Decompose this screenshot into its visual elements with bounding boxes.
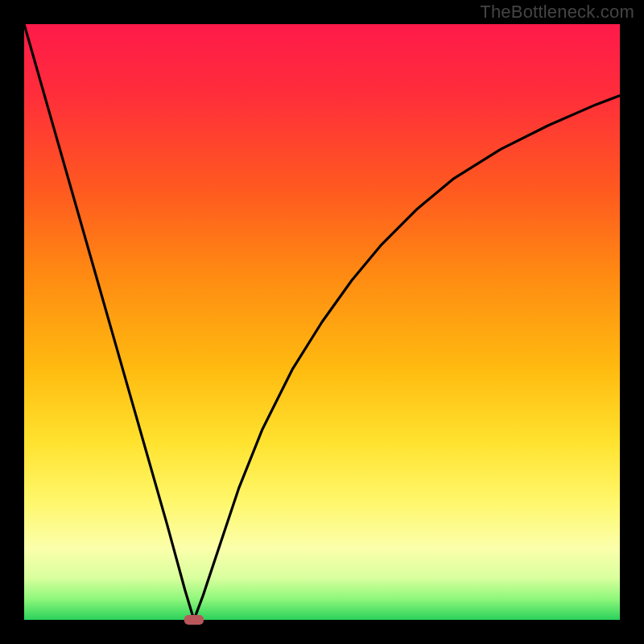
bottleneck-chart <box>0 0 644 644</box>
marker-min <box>184 615 204 625</box>
chart-frame: TheBottleneck.com <box>0 0 644 644</box>
watermark-text: TheBottleneck.com <box>480 2 634 23</box>
